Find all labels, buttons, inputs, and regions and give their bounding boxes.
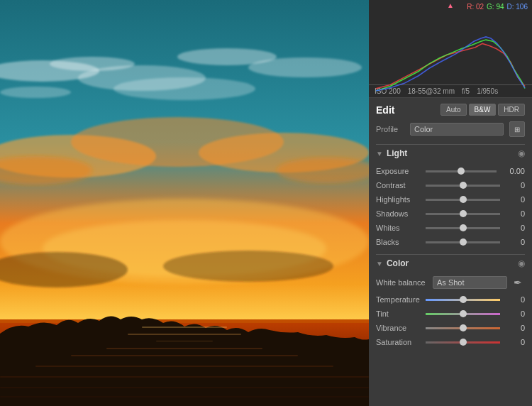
g-value: G: 94 bbox=[487, 3, 504, 11]
highlights-slider-container bbox=[426, 194, 500, 205]
tint-slider[interactable] bbox=[426, 313, 500, 315]
wb-select[interactable]: As Shot Auto Daylight Cloudy Shade Tungs… bbox=[433, 276, 507, 289]
color-header-left: ▼ Color bbox=[376, 258, 409, 268]
svg-point-5 bbox=[248, 57, 362, 77]
contrast-value: 0 bbox=[504, 181, 525, 190]
svg-rect-24 bbox=[35, 366, 333, 367]
saturation-label: Saturation bbox=[376, 338, 422, 346]
temperature-slider[interactable] bbox=[426, 299, 500, 301]
light-section-title: Light bbox=[387, 148, 407, 158]
contrast-slider-container bbox=[426, 180, 500, 191]
contrast-label: Contrast bbox=[376, 181, 422, 190]
exposure-label: Exposure bbox=[376, 167, 422, 175]
vibrance-label: Vibrance bbox=[376, 324, 422, 332]
rgb-values: R: 02 G: 94 D: 106 bbox=[467, 3, 528, 11]
contrast-slider[interactable] bbox=[426, 185, 500, 187]
r-value: R: 02 bbox=[467, 3, 484, 11]
light-section-header[interactable]: ▼ Light ◉ bbox=[376, 144, 525, 162]
shadows-label: Shadows bbox=[376, 209, 422, 218]
temperature-label: Temperature bbox=[376, 295, 422, 304]
highlights-label: Highlights bbox=[376, 195, 422, 204]
blacks-row: Blacks 0 bbox=[376, 236, 525, 248]
color-eye-icon[interactable]: ◉ bbox=[518, 258, 525, 268]
svg-point-6 bbox=[0, 87, 71, 98]
eyedropper-button[interactable]: ✒ bbox=[511, 275, 525, 290]
whites-label: Whites bbox=[376, 224, 422, 232]
vibrance-slider-container bbox=[426, 322, 500, 334]
vibrance-slider[interactable] bbox=[426, 327, 500, 329]
color-section: ▼ Color ◉ White balance As Shot Auto Day… bbox=[376, 254, 525, 354]
vibrance-row: Vibrance 0 bbox=[376, 322, 525, 334]
color-section-header[interactable]: ▼ Color ◉ bbox=[376, 254, 525, 272]
highlights-value: 0 bbox=[504, 195, 525, 204]
profile-select[interactable]: Color Monochrome Landscape Portrait bbox=[410, 123, 504, 136]
bw-button[interactable]: B&W bbox=[469, 104, 497, 116]
whites-slider[interactable] bbox=[426, 227, 500, 229]
profile-label: Profile bbox=[376, 125, 404, 133]
light-section-content: Exposure 0.00 Contrast 0 Highlight bbox=[376, 165, 525, 254]
shadows-value: 0 bbox=[504, 209, 525, 218]
saturation-value: 0 bbox=[504, 338, 525, 346]
histogram-area: ▲ R: 02 G: 94 D: 106 bbox=[369, 0, 532, 85]
svg-rect-22 bbox=[106, 348, 262, 349]
color-chevron-icon: ▼ bbox=[376, 260, 383, 268]
svg-rect-25 bbox=[0, 376, 369, 378]
saturation-row: Saturation 0 bbox=[376, 336, 525, 348]
hdr-button[interactable]: HDR bbox=[498, 104, 525, 116]
whites-row: Whites 0 bbox=[376, 222, 525, 234]
highlights-row: Highlights 0 bbox=[376, 194, 525, 205]
edit-panel: Edit Auto B&W HDR Profile Color Monochro… bbox=[369, 98, 532, 360]
wb-label: White balance bbox=[376, 278, 429, 287]
highlights-slider[interactable] bbox=[426, 199, 500, 201]
contrast-row: Contrast 0 bbox=[376, 180, 525, 191]
temperature-value: 0 bbox=[504, 295, 525, 304]
svg-rect-23 bbox=[71, 355, 298, 356]
edit-buttons: Auto B&W HDR bbox=[440, 104, 525, 116]
blacks-value: 0 bbox=[504, 238, 525, 246]
auto-button[interactable]: Auto bbox=[440, 104, 467, 116]
light-header-left: ▼ Light bbox=[376, 148, 407, 158]
blacks-slider[interactable] bbox=[426, 241, 500, 243]
svg-rect-19 bbox=[142, 327, 227, 328]
svg-rect-27 bbox=[0, 396, 369, 397]
svg-rect-26 bbox=[0, 387, 369, 388]
tint-label: Tint bbox=[376, 309, 422, 318]
tint-value: 0 bbox=[504, 309, 525, 318]
temperature-row: Temperature 0 bbox=[376, 294, 525, 305]
shadows-slider-container bbox=[426, 208, 500, 219]
svg-rect-20 bbox=[128, 334, 241, 335]
svg-rect-21 bbox=[156, 341, 213, 341]
light-section: ▼ Light ◉ Exposure 0.00 Contrast bbox=[376, 144, 525, 254]
blacks-slider-container bbox=[426, 236, 500, 248]
light-eye-icon[interactable]: ◉ bbox=[518, 148, 525, 158]
color-section-content: White balance As Shot Auto Daylight Clou… bbox=[376, 275, 525, 354]
saturation-slider[interactable] bbox=[426, 341, 500, 344]
svg-point-7 bbox=[113, 77, 255, 100]
svg-rect-16 bbox=[0, 319, 369, 323]
sunset-image bbox=[0, 0, 369, 406]
exposure-row: Exposure 0.00 bbox=[376, 165, 525, 177]
white-balance-row: White balance As Shot Auto Daylight Clou… bbox=[376, 275, 525, 290]
tint-slider-container bbox=[426, 308, 500, 319]
profile-row: Profile Color Monochrome Landscape Portr… bbox=[376, 121, 525, 137]
edit-title: Edit bbox=[376, 104, 394, 116]
whites-value: 0 bbox=[504, 224, 525, 232]
profile-grid-button[interactable]: ⊞ bbox=[509, 121, 525, 137]
shadows-row: Shadows 0 bbox=[376, 208, 525, 219]
right-panel: ▲ R: 02 G: 94 D: 106 bbox=[369, 0, 532, 406]
tint-row: Tint 0 bbox=[376, 308, 525, 319]
exposure-slider[interactable] bbox=[426, 170, 497, 172]
temperature-slider-container bbox=[426, 294, 500, 305]
svg-point-18 bbox=[163, 251, 333, 282]
shadows-slider[interactable] bbox=[426, 213, 500, 215]
saturation-slider-container bbox=[426, 336, 500, 348]
light-chevron-icon: ▼ bbox=[376, 150, 383, 158]
exposure-value: 0.00 bbox=[500, 167, 525, 175]
exposure-slider-container bbox=[426, 165, 497, 177]
blacks-label: Blacks bbox=[376, 238, 422, 246]
b-value: D: 106 bbox=[507, 3, 528, 11]
histogram-canvas bbox=[369, 25, 532, 92]
edit-header: Edit Auto B&W HDR bbox=[376, 104, 525, 116]
color-section-title: Color bbox=[387, 258, 409, 268]
whites-slider-container bbox=[426, 222, 500, 234]
